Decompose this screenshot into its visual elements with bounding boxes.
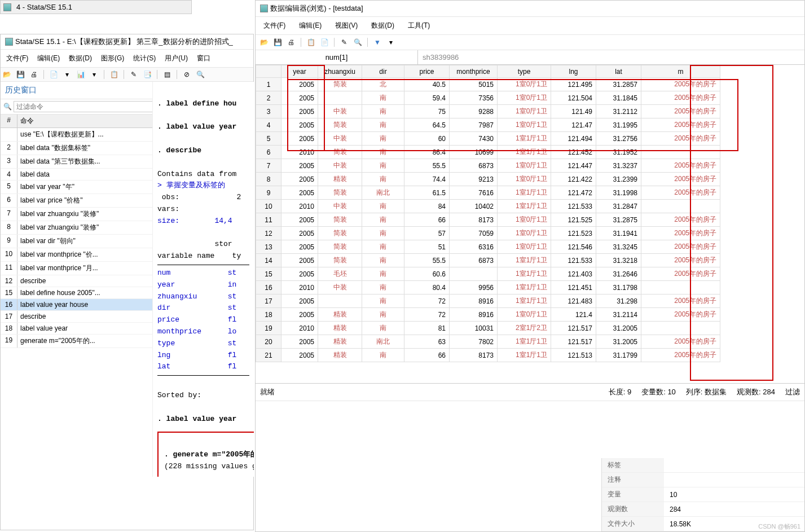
menu-item[interactable]: 编辑(E) xyxy=(33,52,64,65)
bg-window-title: 4 - Stata/SE 15.1 xyxy=(16,3,72,11)
data-editor-icon[interactable]: 📋 xyxy=(109,69,119,80)
watermark: CSDN @畅961 xyxy=(758,522,800,531)
status-ready: 就绪 xyxy=(260,387,275,397)
log-icon[interactable]: 📄 xyxy=(49,69,59,80)
browse-mode-icon[interactable]: 🔍 xyxy=(353,37,363,47)
table-row[interactable]: 112005简装南6681731室0厅1卫121.52531.28752005年… xyxy=(256,213,720,227)
status-obs: 观测数: 284 xyxy=(737,387,775,397)
menu-item[interactable]: 统计(S) xyxy=(129,52,160,65)
open-icon[interactable]: 📂 xyxy=(2,69,12,80)
history-col-n: # xyxy=(1,115,17,127)
table-row[interactable]: 32005中装南7592881室0厅1卫121.4931.21122005年的房… xyxy=(256,105,720,118)
table-row[interactable]: 12005简装北40.550151室0厅1卫121.49531.28572005… xyxy=(256,78,720,91)
properties-panel: 标签注释变量10观测数284文件大小18.58K xyxy=(601,458,804,531)
column-header[interactable]: zhuangxiu xyxy=(318,65,362,78)
main-toolbar: 📂 💾 🖨 📄 ▾ 📊 ▾ 📋 ✎ 📑 ▤ ⊘ 🔍 xyxy=(1,68,253,82)
menu-item[interactable]: 图形(G) xyxy=(96,52,129,65)
table-row[interactable]: 172005南7289161室1厅1卫121.48331.2982005年的房子 xyxy=(256,294,720,308)
search-icon: 🔍 xyxy=(3,103,12,111)
menu-item[interactable]: 文件(F) xyxy=(257,20,292,32)
data-editor-titlebar: 数据编辑器(浏览) - [testdata] xyxy=(256,1,804,17)
column-header[interactable]: lng xyxy=(551,65,596,78)
table-row[interactable]: 212005精装南6681731室1厅1卫121.51331.17992005年… xyxy=(256,349,720,362)
column-header[interactable]: m xyxy=(641,65,720,78)
menu-item[interactable]: 数据(D) xyxy=(64,52,96,65)
dofile-icon[interactable]: ▾ xyxy=(89,69,99,80)
data-editor-window: 数据编辑器(浏览) - [testdata] 文件(F)编辑(E)视图(V)数据… xyxy=(255,0,805,532)
data-editor-menu: 文件(F)编辑(E)视图(V)数据(D)工具(T) xyxy=(256,17,804,35)
menu-item[interactable]: 文件(F) xyxy=(2,52,33,65)
data-grid[interactable]: yearzhuangxiudirpricemonthpricetypelngla… xyxy=(256,65,720,362)
table-row[interactable]: 102010中装南84104021室1厅1卫121.53331.2847 xyxy=(256,200,720,213)
filter-icon[interactable]: ▼ xyxy=(372,37,382,47)
column-header[interactable]: year xyxy=(281,65,318,78)
edit-mode-icon[interactable]: ✎ xyxy=(339,37,349,47)
menu-item[interactable]: 用户(U) xyxy=(160,52,192,65)
results-pane: . label define hou . label value year . … xyxy=(152,82,254,477)
column-header[interactable]: type xyxy=(498,65,551,78)
background-window-tab: 4 - Stata/SE 15.1 xyxy=(0,0,192,14)
data-editor-app-icon xyxy=(260,5,268,12)
main-window-title: Stata/SE 15.1 - E:\【课程数据更新】 第三章_数据分析的进阶招… xyxy=(15,37,233,47)
status-order: 列序: 数据集 xyxy=(686,387,727,397)
column-header[interactable]: lat xyxy=(596,65,641,78)
stata-app-icon xyxy=(5,38,13,46)
table-row[interactable]: 152005毛坯南60.61室1厅1卫121.40331.26462005年的房… xyxy=(256,267,720,281)
menu-item[interactable]: 视图(V) xyxy=(328,20,364,32)
menu-item[interactable]: 窗口 xyxy=(192,52,215,65)
print-icon[interactable]: 🖨 xyxy=(29,69,39,80)
stata-app-icon xyxy=(3,3,11,11)
browse-icon[interactable]: 📑 xyxy=(142,69,152,80)
table-row[interactable]: 52005中装南6074301室1厅1卫121.49431.27562005年的… xyxy=(256,132,720,146)
column-header[interactable]: price xyxy=(404,65,450,78)
table-row[interactable]: 42005简装南64.579871室0厅1卫121.4731.19952005年… xyxy=(256,118,720,132)
table-row[interactable]: 92005简装南北61.576161室1厅1卫121.47231.1998200… xyxy=(256,186,720,200)
property-row: 观测数284 xyxy=(602,502,804,517)
dropdown-icon[interactable]: ▾ xyxy=(386,37,396,47)
graph-icon[interactable]: 📊 xyxy=(76,69,86,80)
status-length: 长度: 9 xyxy=(609,387,631,397)
cell-reference-bar: num[1] sh3839986 xyxy=(256,50,804,65)
snapshot-icon[interactable]: 📋 xyxy=(306,37,316,47)
cell-reference[interactable]: num[1] xyxy=(256,50,418,64)
cell-value[interactable]: sh3839986 xyxy=(418,50,804,64)
variables-icon[interactable]: ▤ xyxy=(162,69,172,80)
menu-item[interactable]: 工具(T) xyxy=(401,20,437,32)
data-editor-toolbar: 📂 💾 🖨 📋 📄 ✎ 🔍 ▼ ▾ xyxy=(256,35,804,50)
property-row: 注释 xyxy=(602,473,804,487)
property-row: 标签 xyxy=(602,458,804,473)
status-bar: 就绪 长度: 9 变量数: 10 列序: 数据集 观测数: 284 过滤 xyxy=(256,384,804,401)
table-row[interactable]: 72005中装南55.568731室0厅1卫121.44731.32372005… xyxy=(256,159,720,173)
search-icon[interactable]: 🔍 xyxy=(195,69,205,80)
break-icon[interactable]: ⊘ xyxy=(182,69,192,80)
menu-item[interactable]: 数据(D) xyxy=(364,20,401,32)
menu-item[interactable]: 编辑(E) xyxy=(292,20,328,32)
save-icon[interactable]: 💾 xyxy=(15,69,25,80)
viewer-icon[interactable]: ▾ xyxy=(62,69,72,80)
table-row[interactable]: 202005精装南北6378021室1厅1卫121.51731.20052005… xyxy=(256,335,720,349)
table-row[interactable]: 122005简装南5770591室0厅1卫121.52331.19412005年… xyxy=(256,227,720,240)
table-row[interactable]: 22005南59.473561室0厅1卫121.50431.18452005年的… xyxy=(256,91,720,105)
copy-icon[interactable]: 📄 xyxy=(319,37,329,47)
main-titlebar: Stata/SE 15.1 - E:\【课程数据更新】 第三章_数据分析的进阶招… xyxy=(1,34,253,50)
open-icon[interactable]: 📂 xyxy=(259,37,269,47)
table-row[interactable]: 162010中装南80.499561室1厅1卫121.45131.1798 xyxy=(256,281,720,294)
column-header[interactable]: monthprice xyxy=(450,65,498,78)
edit-icon[interactable]: ✎ xyxy=(129,69,139,80)
data-grid-container[interactable]: yearzhuangxiudirpricemonthpricetypelngla… xyxy=(256,65,804,384)
table-row[interactable]: 82005精装南74.492131室0厅1卫121.42231.23992005… xyxy=(256,173,720,186)
table-row[interactable]: 142005简装南55.568731室1厅1卫121.53331.3218200… xyxy=(256,254,720,267)
table-row[interactable]: 192010精装南81100312室1厅2卫121.51731.2005 xyxy=(256,322,720,335)
status-vars: 变量数: 10 xyxy=(641,387,676,397)
main-menu-bar: 文件(F)编辑(E)数据(D)图形(G)统计(S)用户(U)窗口 xyxy=(1,50,253,68)
status-filter: 过滤 xyxy=(785,387,800,397)
print-icon[interactable]: 🖨 xyxy=(286,37,296,47)
data-editor-title: 数据编辑器(浏览) - [testdata] xyxy=(270,3,363,14)
save-icon[interactable]: 💾 xyxy=(272,37,283,47)
table-row[interactable]: 182005精装南7289161室0厅1卫121.431.21142005年的房… xyxy=(256,308,720,322)
column-header[interactable]: dir xyxy=(362,65,404,78)
rowheader-col xyxy=(256,65,281,78)
property-row: 变量10 xyxy=(602,487,804,502)
table-row[interactable]: 132005简装南5163161室0厅1卫121.54631.32452005年… xyxy=(256,240,720,254)
table-row[interactable]: 62010简装南86.4106991室1厅1卫121.45231.1952 xyxy=(256,146,720,159)
